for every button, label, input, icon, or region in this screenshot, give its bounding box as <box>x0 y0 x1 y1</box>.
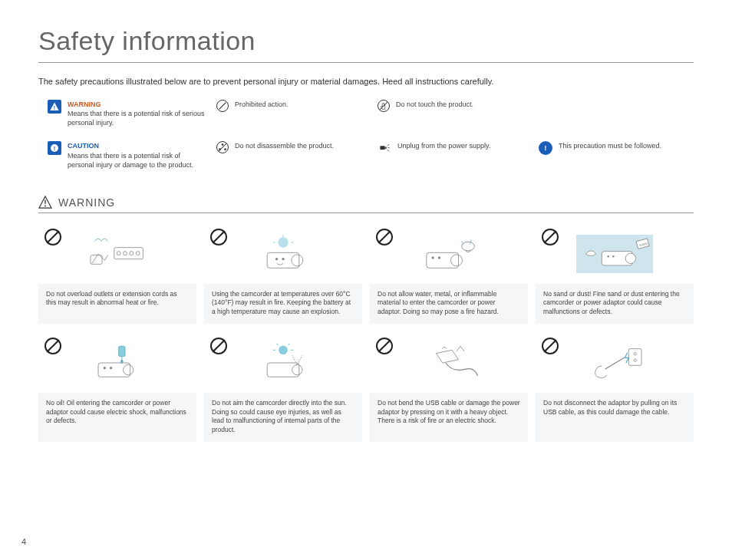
no-disassemble-icon <box>216 141 229 153</box>
svg-rect-45 <box>119 347 125 357</box>
card-water-metal: Do not allow water, metal, or inflammabl… <box>370 224 528 324</box>
card-disconnect: Do not disconnect the adaptor by pulling… <box>536 333 694 442</box>
svg-point-46 <box>120 360 123 364</box>
legend-must-follow: ! This precaution must be followed. <box>539 141 692 169</box>
legend-unplug-text: Unplug from the power supply. <box>397 141 490 169</box>
card-water-metal-text: Do not allow water, metal, or inflammabl… <box>370 284 528 316</box>
warning-section-label: WARNING <box>58 196 115 209</box>
unplug-icon <box>378 141 391 155</box>
warning-section-icon <box>38 196 52 209</box>
warning-cards-row-1: Do not overload outlets or extension cor… <box>38 224 694 324</box>
legend-disassemble: Do not disassemble the product. <box>216 141 370 169</box>
svg-point-32 <box>451 255 463 266</box>
svg-point-20 <box>130 252 134 255</box>
card-temperature-illustration <box>204 224 362 284</box>
card-sand-dust-illustration: SAND <box>536 224 694 284</box>
card-overload: Do not overload outlets or extension cor… <box>38 224 196 324</box>
legend-warning-desc: Means that there is a potential risk of … <box>68 110 205 127</box>
prohibited-icon <box>216 100 229 112</box>
svg-point-58 <box>634 353 636 355</box>
svg-point-30 <box>282 258 284 260</box>
svg-point-42 <box>612 255 615 258</box>
legend-prohibited-text: Prohibited action. <box>235 100 289 127</box>
card-disconnect-text: Do not disconnect the adaptor by pulling… <box>536 393 694 417</box>
svg-line-2 <box>219 103 226 110</box>
card-oil-text: No oil! Oil entering the camcorder or po… <box>38 393 196 425</box>
legend-warning: ! WARNING Means that there is a potentia… <box>48 100 209 127</box>
card-sand-dust-text: No sand or dust! Fine sand or dust enter… <box>536 284 694 316</box>
card-temperature: Using the camcorder at temperatures over… <box>204 224 362 324</box>
page-title: Safety information <box>38 26 694 63</box>
svg-point-19 <box>124 252 127 255</box>
svg-point-29 <box>275 258 278 260</box>
card-sun: Do not aim the camcorder directly into t… <box>204 333 362 442</box>
svg-rect-11 <box>385 147 387 149</box>
legend-grid: ! WARNING Means that there is a potentia… <box>48 100 694 170</box>
legend-prohibited: Prohibited action. <box>216 100 370 127</box>
prohibit-icon <box>210 229 227 245</box>
card-bend-cable-text: Do not bend the USB cable or damage the … <box>370 393 528 425</box>
card-bend-cable-illustration <box>370 333 528 393</box>
card-overload-text: Do not overload outlets or extension cor… <box>38 284 196 308</box>
svg-point-16 <box>45 205 46 206</box>
svg-line-53 <box>276 344 279 345</box>
legend-caution-desc: Means that there is a potential risk of … <box>68 152 193 169</box>
prohibit-icon <box>376 229 393 245</box>
legend-no-touch: Do not touch the product. <box>378 100 531 127</box>
svg-rect-17 <box>114 248 143 259</box>
warning-section-header: WARNING <box>38 196 694 213</box>
card-temperature-text: Using the camcorder at temperatures over… <box>204 284 362 316</box>
svg-point-48 <box>110 367 112 369</box>
svg-rect-57 <box>628 349 641 366</box>
warning-triangle-icon: ! <box>48 100 61 114</box>
legend-caution-title: CAUTION <box>68 141 209 150</box>
svg-point-47 <box>104 367 106 369</box>
must-follow-icon: ! <box>539 141 552 155</box>
warning-cards-row-2: No oil! Oil entering the camcorder or po… <box>38 333 694 442</box>
caution-circle-icon: ! <box>48 141 61 155</box>
card-water-metal-illustration <box>370 224 528 284</box>
card-sun-illustration <box>204 333 362 393</box>
svg-rect-10 <box>380 147 384 150</box>
legend-caution: ! CAUTION Means that there is a potentia… <box>48 141 209 169</box>
svg-point-35 <box>438 256 440 259</box>
legend-unplug: Unplug from the power supply. <box>378 141 531 169</box>
card-oil-illustration <box>38 333 196 393</box>
svg-point-23 <box>278 237 288 247</box>
card-bend-cable: Do not bend the USB cable or damage the … <box>370 333 528 442</box>
svg-rect-31 <box>427 252 459 268</box>
svg-point-21 <box>136 252 140 255</box>
svg-point-41 <box>607 255 609 258</box>
svg-point-28 <box>292 255 303 266</box>
prohibit-icon <box>45 338 61 354</box>
svg-point-49 <box>279 346 288 355</box>
legend-spacer-1 <box>539 100 692 127</box>
svg-text:!: ! <box>54 145 56 152</box>
no-touch-icon <box>378 100 390 112</box>
svg-rect-43 <box>98 363 130 377</box>
svg-point-56 <box>292 365 302 375</box>
svg-point-59 <box>634 359 636 361</box>
card-overload-illustration <box>38 224 196 284</box>
svg-point-18 <box>117 252 120 255</box>
prohibit-icon <box>210 338 227 354</box>
legend-must-follow-text: This precaution must be followed. <box>559 141 661 169</box>
svg-line-54 <box>289 344 291 345</box>
prohibit-icon <box>542 229 559 245</box>
card-oil: No oil! Oil entering the camcorder or po… <box>38 333 196 442</box>
svg-rect-27 <box>267 252 299 268</box>
page-number: 4 <box>21 537 26 546</box>
prohibit-icon <box>542 338 559 354</box>
svg-rect-55 <box>267 363 299 377</box>
svg-point-44 <box>124 365 134 375</box>
svg-point-8 <box>224 149 226 151</box>
card-disconnect-illustration <box>536 333 694 393</box>
legend-no-touch-text: Do not touch the product. <box>396 100 473 127</box>
card-sun-text: Do not aim the camcorder directly into t… <box>204 393 362 434</box>
svg-point-34 <box>432 256 434 259</box>
card-sand-dust: SAND No sand or dust! Fine sand or dust … <box>536 224 694 324</box>
svg-point-33 <box>462 242 475 251</box>
legend-disassemble-text: Do not disassemble the product. <box>235 141 334 169</box>
svg-point-6 <box>222 144 224 147</box>
svg-text:!: ! <box>54 105 55 110</box>
